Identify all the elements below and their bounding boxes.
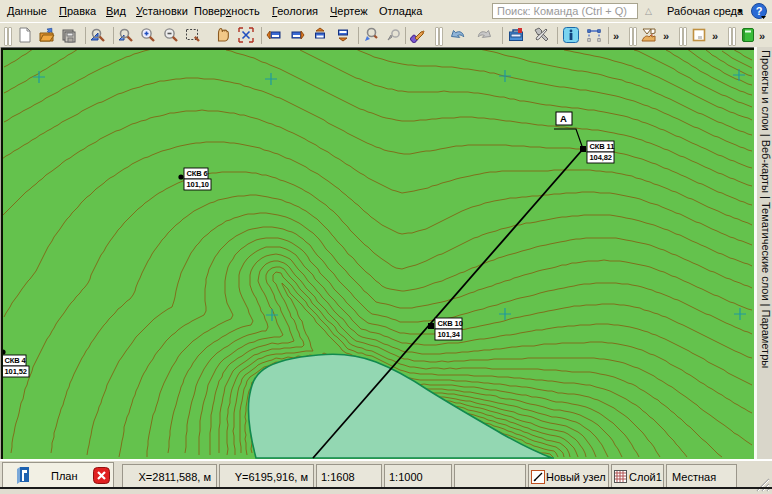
svg-text:СКВ 11: СКВ 11 [590, 142, 615, 151]
svg-text:СКВ 6: СКВ 6 [187, 169, 208, 178]
svg-text:101,10: 101,10 [187, 180, 209, 189]
svg-text:А: А [560, 113, 567, 124]
svg-text:СКВ 4: СКВ 4 [5, 356, 27, 365]
svg-text:104,82: 104,82 [590, 153, 612, 162]
svg-text:101,34: 101,34 [438, 330, 461, 339]
svg-text:СКВ 10: СКВ 10 [438, 319, 463, 328]
svg-text:?: ? [756, 5, 763, 17]
svg-text:101,52: 101,52 [5, 367, 27, 376]
